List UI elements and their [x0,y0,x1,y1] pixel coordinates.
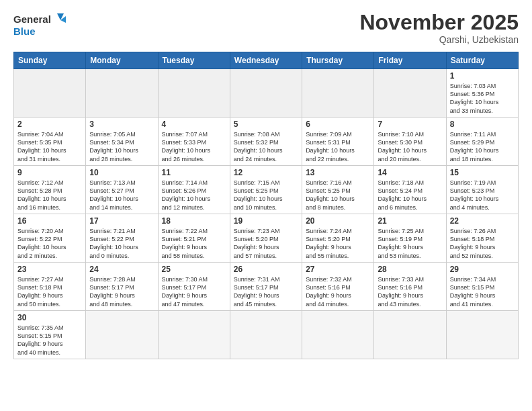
day-17-info: Sunrise: 7:21 AM Sunset: 5:22 PM Dayligh… [89,228,138,259]
day-15: 15 Sunrise: 7:19 AM Sunset: 5:23 PM Dayl… [446,166,518,214]
day-6-info: Sunrise: 7:09 AM Sunset: 5:31 PM Dayligh… [306,131,355,162]
header-wednesday: Wednesday [230,52,302,69]
day-8-info: Sunrise: 7:11 AM Sunset: 5:29 PM Dayligh… [450,131,499,162]
day-9: 9 Sunrise: 7:12 AM Sunset: 5:28 PM Dayli… [14,166,86,214]
day-9-info: Sunrise: 7:12 AM Sunset: 5:28 PM Dayligh… [17,179,66,210]
day-4: 4 Sunrise: 7:07 AM Sunset: 5:33 PM Dayli… [158,118,230,166]
title-area: November 2025 Qarshi, Uzbekistan [359,11,519,45]
day-20-info: Sunrise: 7:24 AM Sunset: 5:20 PM Dayligh… [306,228,352,259]
day-26-info: Sunrise: 7:31 AM Sunset: 5:17 PM Dayligh… [234,276,280,307]
day-18: 18 Sunrise: 7:22 AM Sunset: 5:21 PM Dayl… [158,214,230,263]
day-20: 20 Sunrise: 7:24 AM Sunset: 5:20 PM Dayl… [302,214,374,263]
week-row-3: 9 Sunrise: 7:12 AM Sunset: 5:28 PM Dayli… [14,166,519,214]
day-6: 6 Sunrise: 7:09 AM Sunset: 5:31 PM Dayli… [302,118,374,166]
day-16: 16 Sunrise: 7:20 AM Sunset: 5:22 PM Dayl… [14,214,86,263]
header-saturday: Saturday [446,52,518,69]
header: General Blue November 2025 Qarshi, Uzbek… [13,11,519,45]
day-14-info: Sunrise: 7:18 AM Sunset: 5:24 PM Dayligh… [378,179,427,210]
header-monday: Monday [86,52,158,69]
day-22-info: Sunrise: 7:26 AM Sunset: 5:18 PM Dayligh… [450,228,496,259]
day-11: 11 Sunrise: 7:14 AM Sunset: 5:26 PM Dayl… [158,166,230,214]
day-21-info: Sunrise: 7:25 AM Sunset: 5:19 PM Dayligh… [378,228,424,259]
day-2-info: Sunrise: 7:04 AM Sunset: 5:35 PM Dayligh… [17,131,66,162]
day-7-info: Sunrise: 7:10 AM Sunset: 5:30 PM Dayligh… [378,131,427,162]
day-10: 10 Sunrise: 7:13 AM Sunset: 5:27 PM Dayl… [86,166,158,214]
empty-cell [158,311,230,359]
day-28: 28 Sunrise: 7:33 AM Sunset: 5:16 PM Dayl… [374,263,446,311]
day-13-info: Sunrise: 7:16 AM Sunset: 5:25 PM Dayligh… [306,179,355,210]
day-5-info: Sunrise: 7:08 AM Sunset: 5:32 PM Dayligh… [234,131,283,162]
empty-cell [158,69,230,118]
empty-cell [86,311,158,359]
day-7: 7 Sunrise: 7:10 AM Sunset: 5:30 PM Dayli… [374,118,446,166]
empty-cell [230,311,302,359]
header-tuesday: Tuesday [158,52,230,69]
day-13: 13 Sunrise: 7:16 AM Sunset: 5:25 PM Dayl… [302,166,374,214]
location: Qarshi, Uzbekistan [359,34,519,45]
svg-text:Blue: Blue [13,26,36,37]
page: General Blue November 2025 Qarshi, Uzbek… [0,0,532,366]
day-24: 24 Sunrise: 7:28 AM Sunset: 5:17 PM Dayl… [86,263,158,311]
header-sunday: Sunday [14,52,86,69]
logo: General Blue [13,11,67,39]
day-12-info: Sunrise: 7:15 AM Sunset: 5:25 PM Dayligh… [234,179,283,210]
empty-cell [14,69,86,118]
week-row-4: 16 Sunrise: 7:20 AM Sunset: 5:22 PM Dayl… [14,214,519,263]
empty-cell [446,311,518,359]
day-19: 19 Sunrise: 7:23 AM Sunset: 5:20 PM Dayl… [230,214,302,263]
day-11-info: Sunrise: 7:14 AM Sunset: 5:26 PM Dayligh… [162,179,211,210]
calendar: Sunday Monday Tuesday Wednesday Thursday… [13,52,519,359]
day-29-info: Sunrise: 7:34 AM Sunset: 5:15 PM Dayligh… [450,276,496,307]
week-row-2: 2 Sunrise: 7:04 AM Sunset: 5:35 PM Dayli… [14,118,519,166]
day-1: 1 Sunrise: 7:03 AM Sunset: 5:36 PM Dayli… [446,69,518,118]
day-21: 21 Sunrise: 7:25 AM Sunset: 5:19 PM Dayl… [374,214,446,263]
header-friday: Friday [374,52,446,69]
empty-cell [374,311,446,359]
empty-cell [374,69,446,118]
day-23-info: Sunrise: 7:27 AM Sunset: 5:18 PM Dayligh… [17,276,64,307]
empty-cell [86,69,158,118]
day-3-info: Sunrise: 7:05 AM Sunset: 5:34 PM Dayligh… [89,131,138,162]
day-28-info: Sunrise: 7:33 AM Sunset: 5:16 PM Dayligh… [378,276,424,307]
day-17: 17 Sunrise: 7:21 AM Sunset: 5:22 PM Dayl… [86,214,158,263]
empty-cell [302,69,374,118]
day-22: 22 Sunrise: 7:26 AM Sunset: 5:18 PM Dayl… [446,214,518,263]
header-thursday: Thursday [302,52,374,69]
day-26: 26 Sunrise: 7:31 AM Sunset: 5:17 PM Dayl… [230,263,302,311]
day-2: 2 Sunrise: 7:04 AM Sunset: 5:35 PM Dayli… [14,118,86,166]
day-1-info: Sunrise: 7:03 AM Sunset: 5:36 PM Dayligh… [450,83,499,113]
day-27-info: Sunrise: 7:32 AM Sunset: 5:16 PM Dayligh… [306,276,352,307]
weekday-header-row: Sunday Monday Tuesday Wednesday Thursday… [14,52,519,69]
day-30-info: Sunrise: 7:35 AM Sunset: 5:15 PM Dayligh… [17,324,64,355]
logo-svg: General Blue [13,11,67,39]
day-14: 14 Sunrise: 7:18 AM Sunset: 5:24 PM Dayl… [374,166,446,214]
empty-cell [230,69,302,118]
day-5: 5 Sunrise: 7:08 AM Sunset: 5:32 PM Dayli… [230,118,302,166]
day-3: 3 Sunrise: 7:05 AM Sunset: 5:34 PM Dayli… [86,118,158,166]
day-4-info: Sunrise: 7:07 AM Sunset: 5:33 PM Dayligh… [162,131,211,162]
day-19-info: Sunrise: 7:23 AM Sunset: 5:20 PM Dayligh… [234,228,280,259]
week-row-5: 23 Sunrise: 7:27 AM Sunset: 5:18 PM Dayl… [14,263,519,311]
day-29: 29 Sunrise: 7:34 AM Sunset: 5:15 PM Dayl… [446,263,518,311]
week-row-6: 30 Sunrise: 7:35 AM Sunset: 5:15 PM Dayl… [14,311,519,359]
day-27: 27 Sunrise: 7:32 AM Sunset: 5:16 PM Dayl… [302,263,374,311]
month-title: November 2025 [359,11,519,34]
day-10-info: Sunrise: 7:13 AM Sunset: 5:27 PM Dayligh… [89,179,138,210]
day-16-info: Sunrise: 7:20 AM Sunset: 5:22 PM Dayligh… [17,228,66,259]
svg-text:General: General [13,13,51,25]
day-23: 23 Sunrise: 7:27 AM Sunset: 5:18 PM Dayl… [14,263,86,311]
day-8: 8 Sunrise: 7:11 AM Sunset: 5:29 PM Dayli… [446,118,518,166]
day-30: 30 Sunrise: 7:35 AM Sunset: 5:15 PM Dayl… [14,311,86,359]
day-25-info: Sunrise: 7:30 AM Sunset: 5:17 PM Dayligh… [162,276,208,307]
day-25: 25 Sunrise: 7:30 AM Sunset: 5:17 PM Dayl… [158,263,230,311]
day-12: 12 Sunrise: 7:15 AM Sunset: 5:25 PM Dayl… [230,166,302,214]
week-row-1: 1 Sunrise: 7:03 AM Sunset: 5:36 PM Dayli… [14,69,519,118]
day-18-info: Sunrise: 7:22 AM Sunset: 5:21 PM Dayligh… [162,228,208,259]
day-15-info: Sunrise: 7:19 AM Sunset: 5:23 PM Dayligh… [450,179,499,210]
day-24-info: Sunrise: 7:28 AM Sunset: 5:17 PM Dayligh… [89,276,136,307]
empty-cell [302,311,374,359]
